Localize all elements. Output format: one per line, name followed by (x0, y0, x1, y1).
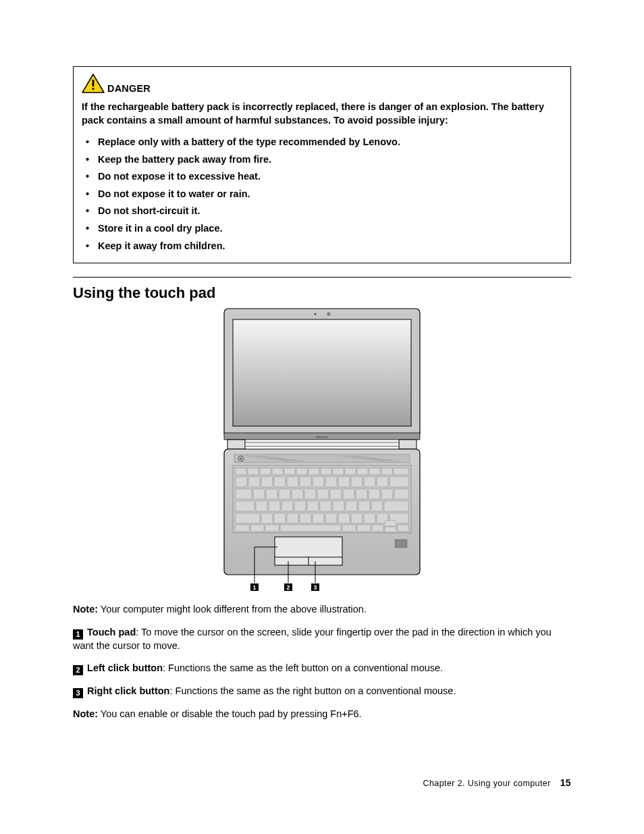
callout-term: Touch pad (87, 627, 136, 637)
svg-rect-82 (300, 513, 311, 523)
svg-rect-77 (384, 501, 408, 511)
laptop-illustration: lenovo (73, 307, 571, 591)
callout-number-icon: 1 (73, 629, 83, 640)
svg-rect-74 (346, 501, 357, 511)
svg-rect-53 (236, 489, 252, 499)
svg-rect-71 (307, 501, 319, 511)
section-rule (73, 277, 571, 278)
footer-chapter: Chapter 2. Using your computer (423, 779, 551, 788)
svg-rect-68 (269, 501, 280, 511)
svg-rect-91 (250, 525, 264, 531)
svg-rect-30 (284, 468, 295, 475)
svg-rect-33 (321, 468, 331, 475)
danger-item: Replace only with a battery of the type … (86, 134, 562, 151)
callout-term: Right click button (87, 685, 169, 696)
svg-rect-54 (253, 489, 265, 499)
svg-rect-56 (279, 489, 290, 499)
callout-right-click: 3 Right click button: Functions the same… (73, 685, 571, 698)
danger-label: DANGER (107, 83, 151, 94)
svg-rect-78 (236, 513, 260, 523)
svg-rect-85 (338, 513, 350, 523)
svg-rect-34 (333, 468, 344, 475)
svg-rect-42 (261, 477, 273, 487)
svg-rect-55 (266, 489, 277, 499)
svg-rect-32 (308, 468, 319, 475)
callout-term: Left click button (87, 662, 163, 673)
svg-rect-43 (274, 477, 286, 487)
svg-rect-94 (342, 525, 356, 531)
svg-rect-63 (369, 489, 380, 499)
svg-rect-36 (357, 468, 368, 475)
danger-paragraph: If the rechargeable battery pack is inco… (82, 101, 562, 127)
svg-rect-52 (390, 477, 408, 487)
svg-rect-72 (320, 501, 331, 511)
callout-text: : Functions the same as the left button … (163, 662, 443, 673)
svg-rect-65 (394, 489, 408, 499)
danger-header: DANGER (82, 74, 562, 94)
svg-rect-80 (274, 513, 286, 523)
svg-rect-76 (371, 501, 383, 511)
danger-item: Store it in a cool dry place. (86, 220, 562, 238)
svg-rect-64 (381, 489, 393, 499)
svg-rect-29 (272, 468, 283, 475)
danger-list: Replace only with a battery of the type … (82, 134, 562, 255)
note-label: Note: (73, 708, 98, 719)
callout-number-icon: 3 (73, 688, 83, 698)
svg-rect-37 (369, 468, 380, 475)
callout-left-click: 2 Left click button: Functions the same … (73, 662, 571, 675)
svg-rect-57 (292, 489, 303, 499)
svg-rect-39 (394, 468, 408, 475)
svg-rect-62 (356, 489, 367, 499)
note-text: Your computer might look different from … (98, 604, 367, 615)
svg-rect-79 (261, 513, 273, 523)
callout-text: : To move the cursor on the screen, slid… (73, 627, 552, 651)
danger-item: Keep the battery pack away from fire. (86, 151, 562, 169)
svg-rect-10 (227, 440, 245, 449)
svg-rect-14 (234, 454, 410, 463)
danger-triangle-icon (82, 74, 105, 94)
svg-rect-38 (381, 468, 392, 475)
svg-rect-41 (248, 477, 260, 487)
svg-rect-46 (313, 477, 324, 487)
svg-rect-12 (245, 442, 399, 446)
svg-rect-81 (287, 513, 298, 523)
danger-item: Do not expose it to excessive heat. (86, 168, 562, 186)
svg-point-5 (314, 313, 316, 315)
danger-box: DANGER If the rechargeable battery pack … (73, 66, 571, 263)
svg-rect-98 (385, 527, 396, 532)
callout-touchpad: 1 Touch pad: To move the cursor on the s… (73, 626, 571, 652)
page-footer: Chapter 2. Using your computer 15 (423, 777, 571, 788)
section-title: Using the touch pad (73, 284, 571, 302)
danger-item: Keep it away from children. (86, 238, 562, 255)
svg-rect-87 (364, 513, 375, 523)
danger-item: Do not short-circuit it. (86, 203, 562, 220)
callout-label-1: 1 (252, 584, 256, 591)
svg-rect-59 (317, 489, 329, 499)
svg-rect-73 (333, 501, 344, 511)
svg-rect-51 (377, 477, 388, 487)
svg-rect-31 (296, 468, 307, 475)
svg-rect-49 (351, 477, 363, 487)
svg-rect-1 (92, 80, 95, 86)
svg-rect-26 (236, 468, 246, 475)
svg-rect-100 (395, 540, 407, 548)
svg-rect-50 (364, 477, 375, 487)
svg-rect-83 (313, 513, 324, 523)
note-fn-f6: Note: You can enable or disable the touc… (73, 708, 571, 721)
svg-rect-35 (345, 468, 356, 475)
svg-rect-27 (248, 468, 259, 475)
svg-rect-67 (256, 501, 267, 511)
svg-rect-44 (287, 477, 298, 487)
danger-item: Do not expose it to water or rain. (86, 186, 562, 203)
callout-label-3: 3 (313, 584, 317, 591)
svg-rect-40 (236, 477, 247, 487)
svg-rect-47 (325, 477, 337, 487)
svg-rect-90 (236, 525, 249, 531)
svg-text:lenovo: lenovo (316, 435, 328, 439)
callout-text: : Functions the same as the right button… (169, 685, 456, 696)
svg-rect-95 (357, 525, 371, 531)
note-text: You can enable or disable the touch pad … (98, 708, 362, 719)
svg-rect-86 (351, 513, 363, 523)
svg-rect-45 (300, 477, 311, 487)
svg-rect-96 (372, 525, 383, 531)
